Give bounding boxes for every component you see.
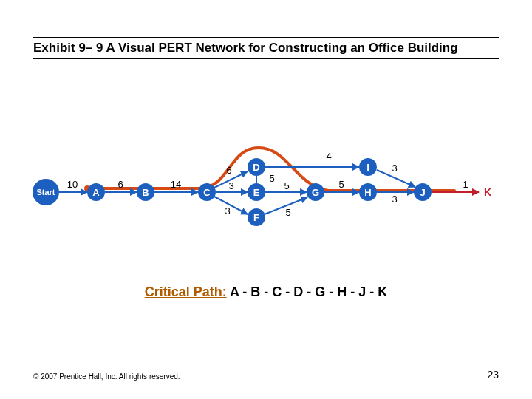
node-start-label: Start bbox=[36, 188, 55, 197]
node-h-label: H bbox=[364, 187, 371, 198]
node-e-label: E bbox=[253, 187, 260, 198]
critical-path-text: Critical Path: A - B - C - D - G - H - J… bbox=[0, 284, 532, 300]
page-number: 23 bbox=[487, 369, 499, 381]
weight-e-g: 5 bbox=[284, 180, 289, 191]
weight-f-g: 5 bbox=[285, 207, 290, 218]
critical-path-lead: Critical Path: bbox=[145, 284, 227, 299]
weight-d-i: 4 bbox=[326, 151, 331, 162]
weight-c-d: 6 bbox=[226, 165, 231, 176]
edge-c-f bbox=[214, 197, 248, 214]
weight-c-f: 3 bbox=[225, 205, 230, 216]
node-c-label: C bbox=[203, 187, 211, 198]
weight-a-b: 6 bbox=[117, 179, 123, 190]
pert-network-diagram: 10 6 14 6 3 3 5 4 5 5 5 3 3 1 Start A B … bbox=[0, 111, 532, 259]
node-g-label: G bbox=[312, 187, 319, 198]
weight-h-j: 3 bbox=[392, 194, 397, 205]
node-f-label: F bbox=[253, 212, 259, 223]
copyright-text: © 2007 Prentice Hall, Inc. All rights re… bbox=[33, 372, 180, 381]
weight-start-a: 10 bbox=[67, 179, 78, 190]
node-a-label: A bbox=[92, 187, 100, 198]
exhibit-title: Exhibit 9– 9 A Visual PERT Network for C… bbox=[33, 41, 458, 55]
weight-d-e: 5 bbox=[269, 173, 274, 184]
weight-j-k: 1 bbox=[463, 179, 468, 190]
node-j-label: J bbox=[420, 187, 425, 198]
critical-path-sequence: A - B - C - D - G - H - J - K bbox=[227, 284, 388, 299]
weight-c-e: 3 bbox=[228, 180, 233, 191]
node-i-label: I bbox=[366, 162, 369, 173]
node-b-label: B bbox=[142, 187, 149, 198]
node-k-label: K bbox=[484, 186, 491, 198]
weight-i-j: 3 bbox=[392, 163, 397, 174]
node-d-label: D bbox=[253, 162, 259, 173]
weight-b-c: 14 bbox=[171, 179, 181, 190]
weight-g-h: 5 bbox=[338, 179, 344, 190]
